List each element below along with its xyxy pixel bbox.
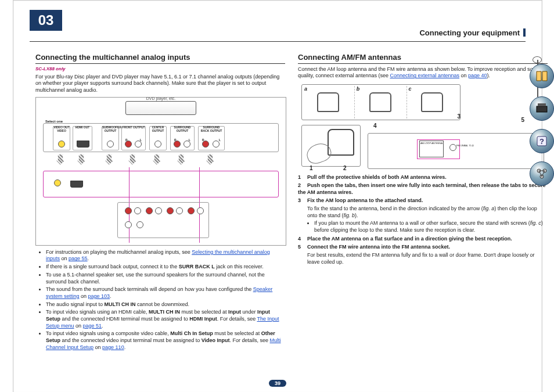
header-bar bbox=[523, 28, 526, 37]
am-loop-icon bbox=[421, 92, 443, 112]
right-column: Connecting AM/FM antennas Connect the AM… bbox=[298, 53, 548, 266]
page-link[interactable]: page 110 bbox=[102, 344, 124, 350]
am-loop-icon bbox=[317, 92, 339, 112]
step: 4Place the AM antenna on a flat surface … bbox=[298, 235, 548, 242]
hdmi-icon bbox=[77, 141, 89, 148]
rca-icon bbox=[188, 207, 195, 214]
arrow-icon bbox=[105, 154, 113, 165]
output-label: CENTER OUTPUT bbox=[150, 125, 166, 132]
step-marker: 5 bbox=[521, 117, 524, 123]
book-icon[interactable] bbox=[530, 64, 554, 88]
rca-icon bbox=[154, 141, 161, 148]
am-loop-icon bbox=[369, 92, 391, 112]
rca-icon bbox=[176, 207, 183, 214]
receiver-back: AM LOOP ANTENNA FM UNBAL 75 Ω bbox=[368, 133, 544, 169]
arrow-icon bbox=[77, 154, 85, 165]
svg-rect-1 bbox=[538, 103, 546, 106]
ext-antenna-link[interactable]: Connecting external antennas bbox=[390, 73, 459, 78]
arrow-icon bbox=[56, 154, 64, 165]
note-item: If there is a single surround back outpu… bbox=[46, 264, 285, 271]
video-in-icon bbox=[54, 179, 61, 186]
step-bullet: If you plan to mount the AM antenna to a… bbox=[314, 220, 548, 233]
step: 5Connect the FM wire antenna into the FM… bbox=[298, 243, 548, 250]
model-note: SC-LX88 only bbox=[35, 66, 285, 71]
output-label: SURROUND OUTPUT bbox=[171, 125, 194, 132]
dvd-label: DVD player, etc. bbox=[146, 96, 176, 100]
fig-a-label: a bbox=[304, 86, 307, 92]
output-label: VIDEO OUT VIDEO bbox=[53, 125, 70, 132]
step-marker: 2 bbox=[343, 165, 347, 171]
am-loop-icon bbox=[328, 129, 354, 156]
left-heading: Connecting the multichannel analog input… bbox=[35, 53, 285, 64]
output-group: SURROUND OUTPUTRL bbox=[170, 126, 195, 150]
note-item: To input video signals using a composite… bbox=[46, 330, 285, 351]
am-assembly bbox=[301, 125, 361, 167]
nav-sidebar: ? bbox=[530, 64, 554, 194]
page-link[interactable]: page 103 bbox=[88, 293, 110, 299]
rca-icon bbox=[107, 141, 114, 148]
source-panel: VIDEO OUT VIDEOHDMI OUTSUBWOOFER OUTPUTF… bbox=[43, 123, 279, 152]
rca-icon bbox=[125, 207, 132, 214]
output-label: SURROUND BACK OUTPUT bbox=[199, 125, 224, 132]
left-notes: For instructions on playing the multicha… bbox=[35, 249, 285, 351]
step: 1Pull off the protective shields of both… bbox=[298, 174, 548, 181]
output-group: VIDEO OUT VIDEO bbox=[53, 126, 70, 150]
output-group: SUBWOOFER OUTPUT bbox=[102, 126, 119, 150]
chapter-tab: 03 bbox=[30, 10, 62, 31]
svg-text:?: ? bbox=[539, 137, 544, 146]
note-item: To use a 5.1-channel speaker set, use th… bbox=[46, 272, 285, 285]
device-icon[interactable] bbox=[530, 96, 554, 121]
arrow-icon bbox=[206, 154, 214, 165]
receiver-row bbox=[43, 171, 279, 197]
am-terminal: AM LOOP ANTENNA bbox=[419, 141, 444, 157]
arrow-icon bbox=[177, 154, 185, 165]
arrow-icon bbox=[153, 154, 161, 165]
page-link[interactable]: page 40 bbox=[468, 73, 487, 78]
rca-icon bbox=[155, 207, 162, 214]
step-marker: 4 bbox=[373, 123, 377, 129]
receiver-detail bbox=[117, 202, 209, 238]
right-intro: Connect the AM loop antenna and the FM w… bbox=[298, 66, 548, 80]
page-frame: 03 Connecting your equipment Connecting … bbox=[13, 0, 542, 392]
output-group: HDMI OUT bbox=[73, 126, 92, 150]
step-sub: To fix the stand to the antenna, bend in… bbox=[307, 205, 548, 219]
page-link[interactable]: page 51 bbox=[83, 323, 102, 329]
help-icon[interactable]: ? bbox=[530, 129, 554, 153]
note-item: The audio signal input to MULTI CH IN ca… bbox=[46, 301, 285, 308]
right-steps: 1Pull off the protective shields of both… bbox=[298, 174, 548, 266]
fig-c-label: c bbox=[409, 86, 412, 92]
note-item: To input video signals using an HDMI cab… bbox=[46, 309, 285, 329]
svg-rect-0 bbox=[537, 106, 547, 112]
output-group: CENTER OUTPUT bbox=[149, 126, 167, 150]
output-label: SUBWOOFER OUTPUT bbox=[102, 125, 118, 132]
network-icon[interactable] bbox=[530, 161, 554, 186]
rca-icon bbox=[136, 221, 143, 228]
arrow-icon bbox=[128, 154, 136, 165]
dvd-player-icon bbox=[125, 101, 196, 115]
step-marker: 1 bbox=[310, 165, 313, 171]
rca-icon bbox=[134, 207, 141, 214]
page-header: Connecting your equipment bbox=[419, 28, 526, 37]
rca-icon bbox=[167, 207, 174, 214]
fm-terminal bbox=[449, 144, 456, 151]
output-label: HDMI OUT bbox=[73, 125, 92, 129]
select-one-label: Select one bbox=[45, 120, 63, 123]
page-link[interactable]: page 55 bbox=[69, 256, 88, 261]
antenna-diagram: a b c AM LOOP ANTENNA FM UNBAL 75 Ω 1 2 … bbox=[298, 83, 548, 170]
analog-diagram: DVD player, etc. Select one VIDEO OUT VI… bbox=[35, 97, 286, 246]
output-group: SURROUND BACK OUTPUTRL bbox=[198, 126, 225, 150]
output-label: FRONT OUTPUT bbox=[122, 125, 145, 129]
rca-icon bbox=[146, 207, 153, 214]
step: 2Push open the tabs, then insert one wir… bbox=[298, 182, 548, 196]
page-number: 39 bbox=[269, 380, 286, 387]
fig-abc: a b c bbox=[301, 84, 461, 120]
rca-icon bbox=[197, 207, 204, 214]
left-intro: For your Blu-ray Disc player and DVD pla… bbox=[35, 74, 285, 93]
note-item: The sound from the surround back termina… bbox=[46, 286, 285, 300]
hdmi-in-icon bbox=[70, 181, 83, 188]
left-column: Connecting the multichannel analog input… bbox=[35, 53, 285, 352]
step-marker: 3 bbox=[457, 113, 461, 120]
rca-icon bbox=[125, 221, 132, 228]
output-group: FRONT OUTPUTRL bbox=[121, 126, 146, 150]
step-sub: For best results, extend the FM antenna … bbox=[307, 251, 548, 265]
